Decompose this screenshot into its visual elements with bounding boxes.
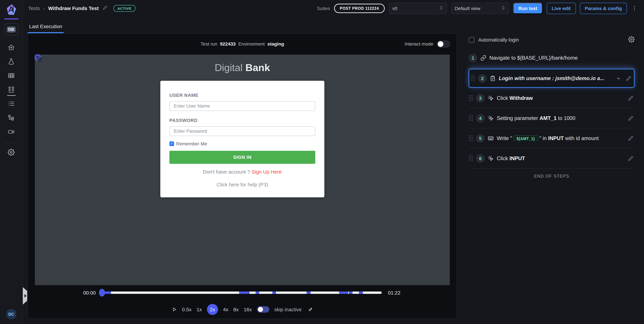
params-config-button[interactable]: Params & config [580, 2, 627, 14]
status-badge: ACTIVE [113, 5, 136, 11]
step-row-6[interactable]: 6Click INPUT [468, 148, 634, 169]
video-frame[interactable]: Digital Bank USER NAME PASSWORD ✓ Rememb… [35, 55, 450, 285]
drag-handle-icon[interactable] [468, 115, 473, 121]
test-player: Test run 922433 Environment staging Inte… [28, 33, 457, 319]
timeline-track[interactable] [102, 291, 382, 294]
steps-settings-icon[interactable] [628, 36, 634, 44]
sidebar-item-list[interactable] [6, 100, 17, 108]
run-info: Test run 922433 Environment staging [200, 41, 284, 47]
step-row-5[interactable]: 5Write " ${AMT_1} " in INPUT with id amo… [468, 128, 634, 148]
test-run-label: Test run [200, 41, 217, 47]
speed-2x[interactable]: 2x [207, 304, 218, 315]
environment-value: staging [267, 41, 284, 47]
timeline-activity-segment [359, 291, 363, 294]
help-link[interactable]: Click here for help (P3) [170, 182, 315, 187]
auto-login-checkbox[interactable] [468, 37, 474, 43]
more-menu-icon[interactable]: ⋮ [631, 5, 638, 11]
live-edit-button[interactable]: Live edit [546, 2, 576, 14]
cursor-click-icon [488, 155, 494, 161]
sign-up-link[interactable]: Sign Up Here [252, 169, 282, 175]
list-icon [8, 100, 15, 108]
pencil-icon[interactable] [628, 115, 633, 121]
speed-16x[interactable]: 16x [244, 307, 252, 312]
step-number: 6 [476, 154, 485, 163]
drag-handle-icon[interactable] [470, 75, 475, 81]
step-number: 3 [476, 94, 485, 102]
user-avatar[interactable]: DC [6, 309, 16, 319]
step-number: 2 [478, 74, 487, 83]
brand-light: Digital [215, 62, 243, 73]
pencil-icon[interactable] [628, 136, 633, 141]
drag-handle-icon[interactable] [468, 135, 473, 141]
password-input[interactable] [170, 126, 315, 136]
cursor-click-icon [488, 95, 494, 101]
chevron-down-icon[interactable] [616, 75, 621, 81]
play-button[interactable] [171, 307, 177, 312]
steps-list: 1Navigate to ${BASE_URL}/bank/home2Login… [468, 48, 634, 169]
brand-bold: Bank [245, 62, 270, 73]
suite-pill[interactable]: POST PROD 112224 [334, 3, 384, 13]
sign-in-button[interactable]: SIGN IN [170, 151, 315, 164]
pencil-icon[interactable] [626, 75, 631, 81]
breadcrumb-separator: › [43, 5, 45, 11]
step-row-1[interactable]: 1Navigate to ${BASE_URL}/bank/home [468, 48, 634, 68]
view-select-value: Default view [455, 5, 480, 11]
sidebar-nav [6, 44, 17, 136]
interact-mode-label: Interact mode [405, 41, 433, 47]
app-logo-icon[interactable] [6, 4, 17, 15]
username-input[interactable] [170, 101, 315, 111]
settings-nav-item[interactable] [6, 148, 17, 156]
sidebar-item-video-camera[interactable] [6, 129, 17, 136]
signup-line: Don't have account ? Sign Up Here [170, 169, 315, 175]
password-label: PASSWORD [170, 118, 315, 123]
step-row-2[interactable]: 2Login with username : jsmith@demo.io a.… [468, 69, 634, 88]
table-icon [8, 72, 15, 80]
pencil-icon[interactable] [628, 95, 633, 101]
player-header: Test run 922433 Environment staging Inte… [28, 33, 457, 55]
drag-handle-icon[interactable] [468, 155, 473, 161]
time-total: 01:22 [388, 290, 400, 295]
sidebar-item-test-tubes[interactable] [6, 86, 17, 94]
step-number: 1 [468, 53, 477, 62]
timeline-activity-segment [104, 291, 111, 294]
rename-test-icon[interactable] [103, 5, 107, 11]
speed-8x[interactable]: 8x [233, 307, 239, 312]
sidebar-item-home[interactable] [6, 44, 17, 52]
step-row-3[interactable]: 3Click Withdraw [468, 88, 634, 108]
parameter-chip: ${AMT_1} [514, 135, 538, 141]
step-description: Click INPUT [497, 155, 525, 161]
test-run-value: 922433 [220, 41, 236, 47]
interact-mode-toggle[interactable] [437, 40, 450, 47]
time-current: 00:00 [83, 290, 96, 295]
end-of-steps-label: END OF STEPS [468, 169, 634, 184]
sidebar-item-flask[interactable] [6, 58, 17, 66]
remember-me-checkbox[interactable]: ✓ [170, 141, 174, 146]
timeline-activity-segment [239, 291, 250, 294]
drag-handle-icon[interactable] [468, 95, 473, 101]
work-area: Last Execution Test run 922433 Environme… [23, 16, 465, 324]
version-select[interactable]: v0 [388, 2, 447, 14]
breadcrumb-tests[interactable]: Tests [28, 5, 40, 11]
timeline-activity-segment [349, 291, 352, 294]
speed-0.5x[interactable]: 0.5x [182, 307, 192, 312]
pencil-icon[interactable] [628, 156, 633, 161]
sidebar-item-tree[interactable] [6, 115, 17, 122]
skip-inactive-toggle[interactable] [257, 306, 269, 313]
project-switcher[interactable]: DB [4, 23, 18, 35]
timeline-activity-segment [306, 291, 310, 294]
tab-last-execution[interactable]: Last Execution [28, 23, 64, 33]
timeline-knob[interactable] [99, 289, 105, 296]
keyboard-icon [488, 135, 494, 141]
run-test-button[interactable]: Run test [513, 2, 542, 14]
timeline-activity-segment [272, 291, 276, 294]
environment-label: Environment [238, 41, 265, 47]
step-row-4[interactable]: 4Setting parameter AMT_1 to 1000 [468, 108, 634, 128]
sidebar-item-table[interactable] [6, 72, 17, 80]
app-root: DB DC Tests › Withdraw Funds Test ACTIVE… [0, 0, 644, 324]
speed-1x[interactable]: 1x [196, 307, 202, 312]
view-select[interactable]: Default view [451, 2, 509, 14]
speed-4x[interactable]: 4x [223, 307, 228, 312]
player-controls: 0.5x1x2x4x8x16x skip inactive [28, 300, 457, 319]
fullscreen-icon[interactable] [308, 307, 314, 312]
page-title: Withdraw Funds Test [48, 5, 98, 11]
